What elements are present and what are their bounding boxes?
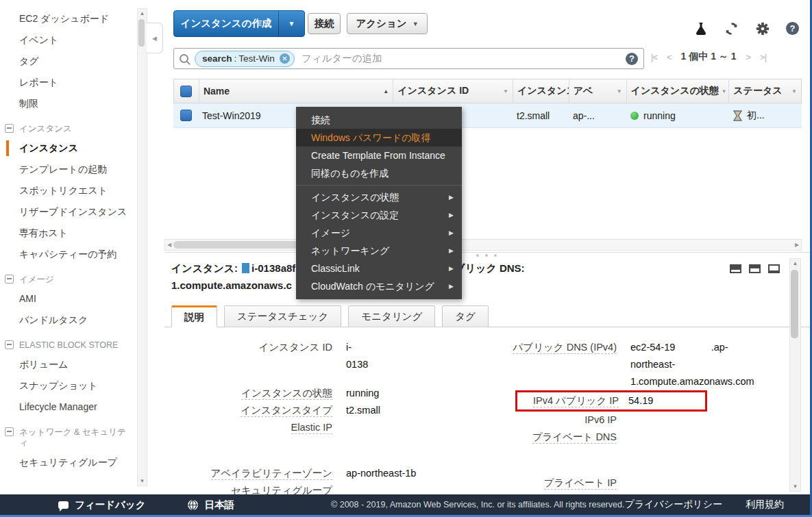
- select-all-checkbox-cell: [174, 79, 199, 103]
- scroll-up-icon[interactable]: ▲: [790, 259, 800, 268]
- scroll-up-icon[interactable]: ▲: [138, 9, 147, 18]
- toolbar-icons: ?: [693, 21, 799, 36]
- scroll-left-icon[interactable]: ◀: [165, 240, 173, 250]
- scroll-down-icon[interactable]: ▼: [790, 482, 800, 491]
- search-filter-input[interactable]: search : Test-Win ✕ フィルターの追加 ?: [173, 48, 644, 69]
- sidebar-item-volumes[interactable]: ボリューム: [0, 354, 137, 375]
- scroll-right-icon[interactable]: ▶: [793, 240, 801, 250]
- details-tabs: 説明 ステータスチェック モニタリング タグ: [171, 305, 489, 327]
- tab-status-checks[interactable]: ステータスチェック: [224, 305, 341, 327]
- sidebar-item-reports[interactable]: レポート: [0, 72, 137, 93]
- privacy-policy-link[interactable]: プライバシーポリシー: [624, 499, 722, 511]
- sidebar-item-ami[interactable]: AMI: [0, 288, 137, 310]
- search-filter-tag[interactable]: search : Test-Win ✕: [195, 51, 295, 67]
- menu-item-classiclink[interactable]: ClassicLink▶: [296, 260, 462, 277]
- horizontal-scrollbar[interactable]: ◀ ▶: [164, 239, 802, 251]
- refresh-icon[interactable]: [724, 21, 739, 36]
- scrollbar-thumb[interactable]: [138, 19, 145, 47]
- sidebar-section-images[interactable]: イメージ: [0, 265, 137, 288]
- launch-instance-split-button[interactable]: インスタンスの作成 ▼: [173, 10, 305, 37]
- menu-item-image[interactable]: イメージ▶: [296, 224, 462, 242]
- panel-split-icon[interactable]: [749, 264, 761, 273]
- sidebar-item-events[interactable]: イベント: [0, 29, 137, 51]
- panel-resize-handle[interactable]: [476, 254, 497, 257]
- menu-item-instance-state[interactable]: インスタンスの状態▶: [296, 188, 462, 206]
- actions-button[interactable]: アクション ▼: [347, 13, 428, 34]
- sidebar-item-limits[interactable]: 制限: [0, 93, 137, 114]
- sidebar-section-network-security[interactable]: ネットワーク & セキュリティ: [0, 418, 137, 452]
- instance-row[interactable]: Test-Win2019 t2.small ap-... running 初..…: [173, 103, 802, 128]
- sidebar-section-ebs[interactable]: ELASTIC BLOCK STORE: [0, 331, 137, 354]
- launch-instance-dropdown-caret[interactable]: ▼: [278, 11, 304, 36]
- column-caret-icon[interactable]: ▼: [614, 88, 622, 94]
- sidebar-item-snapshots[interactable]: スナップショット: [0, 375, 137, 396]
- column-header-instance-state[interactable]: インスタンスの状態▼: [626, 79, 729, 103]
- terms-of-use-link[interactable]: 利用規約: [746, 499, 784, 511]
- select-all-checkbox[interactable]: [180, 86, 192, 97]
- menu-item-create-template[interactable]: Create Template From Instance: [296, 147, 462, 164]
- column-header-status-checks[interactable]: ステータス▼: [728, 79, 801, 103]
- details-scrollbar[interactable]: ▲ ▼: [789, 258, 801, 492]
- scroll-down-icon[interactable]: ▼: [138, 477, 147, 486]
- row-checkbox[interactable]: [180, 110, 192, 121]
- sidebar-collapse-handle[interactable]: ◀: [147, 23, 163, 53]
- column-header-name[interactable]: Name▲: [199, 79, 393, 103]
- collapse-minus-icon[interactable]: [5, 275, 14, 283]
- labs-flask-icon[interactable]: [693, 21, 708, 36]
- menu-item-networking[interactable]: ネットワーキング▶: [296, 242, 462, 260]
- column-header-az[interactable]: アベ▼: [569, 79, 626, 103]
- prev-page-icon[interactable]: <: [667, 52, 672, 62]
- pagination-label: 1 個中 1 ～ 1: [681, 51, 737, 63]
- panel-maximize-icon[interactable]: [768, 264, 780, 273]
- collapse-minus-icon[interactable]: [5, 124, 14, 133]
- language-selector[interactable]: 日本語: [187, 499, 235, 512]
- sidebar-item-reserved-instances[interactable]: リザーブドインスタンス: [0, 201, 137, 223]
- menu-item-launch-more-like-this[interactable]: 同様のものを作成: [296, 164, 462, 182]
- tab-monitoring[interactable]: モニタリング: [348, 305, 435, 327]
- last-page-icon[interactable]: >|: [760, 52, 766, 62]
- feedback-button[interactable]: フィードバック: [58, 499, 146, 512]
- instances-table-header: Name▲ インスタンス ID▼ インスタンス▼ アベ▼ インスタンスの状態▼ …: [173, 79, 802, 103]
- help-icon[interactable]: ?: [786, 22, 799, 35]
- sidebar-scrollbar[interactable]: ▲ ▼: [137, 8, 147, 486]
- column-caret-icon[interactable]: ▼: [789, 88, 797, 94]
- globe-icon: [187, 499, 199, 511]
- sort-asc-icon: ▲: [380, 88, 389, 94]
- column-header-instance-type[interactable]: インスタンス▼: [513, 79, 569, 103]
- menu-item-cloudwatch-monitoring[interactable]: CloudWatch のモニタリング▶: [296, 277, 462, 295]
- launch-instance-button[interactable]: インスタンスの作成: [174, 11, 278, 36]
- filter-help-icon[interactable]: ?: [626, 53, 638, 65]
- submenu-arrow-icon: ▶: [449, 188, 454, 206]
- menu-item-connect[interactable]: 接続: [296, 111, 462, 129]
- details-title: インスタンス:i-0138a8f: [171, 262, 295, 275]
- menu-item-instance-settings[interactable]: インスタンスの設定▶: [296, 206, 462, 224]
- column-caret-icon[interactable]: ▼: [500, 88, 508, 94]
- tab-description[interactable]: 説明: [171, 305, 217, 327]
- sidebar-item-spot-requests[interactable]: スポットリクエスト: [0, 180, 137, 201]
- collapse-minus-icon[interactable]: [5, 340, 14, 349]
- connect-button[interactable]: 接続: [308, 13, 341, 34]
- menu-item-get-windows-password[interactable]: Windows パスワードの取得: [296, 129, 462, 147]
- sidebar-item-dedicated-hosts[interactable]: 専有ホスト: [0, 223, 137, 244]
- sidebar-item-capacity-reservations[interactable]: キャパシティーの予約: [0, 244, 137, 265]
- tab-tags[interactable]: タグ: [442, 305, 489, 327]
- sidebar-item-launch-templates[interactable]: テンプレートの起動: [0, 159, 137, 180]
- sidebar-item-security-groups[interactable]: セキュリティグループ: [0, 452, 137, 473]
- column-header-instance-id[interactable]: インスタンス ID▼: [393, 79, 513, 103]
- sidebar-section-instances[interactable]: インスタンス: [0, 114, 137, 138]
- cell-instance-state: running: [626, 103, 729, 127]
- column-caret-icon[interactable]: ▼: [719, 88, 727, 94]
- remove-filter-icon[interactable]: ✕: [280, 53, 290, 64]
- copyright-text: © 2008 - 2019, Amazon Web Services, Inc.…: [331, 500, 624, 509]
- next-page-icon[interactable]: >: [746, 52, 750, 62]
- scrollbar-thumb[interactable]: [791, 270, 798, 338]
- gear-icon[interactable]: [755, 21, 770, 36]
- sidebar-item-ec2-dashboard[interactable]: EC2 ダッシュボード: [0, 8, 137, 29]
- collapse-minus-icon[interactable]: [5, 427, 14, 436]
- panel-minimize-icon[interactable]: [730, 264, 741, 273]
- first-page-icon[interactable]: |<: [651, 52, 657, 62]
- sidebar-item-bundle-tasks[interactable]: バンドルタスク: [0, 310, 137, 331]
- sidebar-item-lifecycle-manager[interactable]: Lifecycle Manager: [0, 396, 137, 418]
- sidebar-item-instances[interactable]: インスタンス: [0, 138, 137, 159]
- sidebar-item-tags[interactable]: タグ: [0, 51, 137, 72]
